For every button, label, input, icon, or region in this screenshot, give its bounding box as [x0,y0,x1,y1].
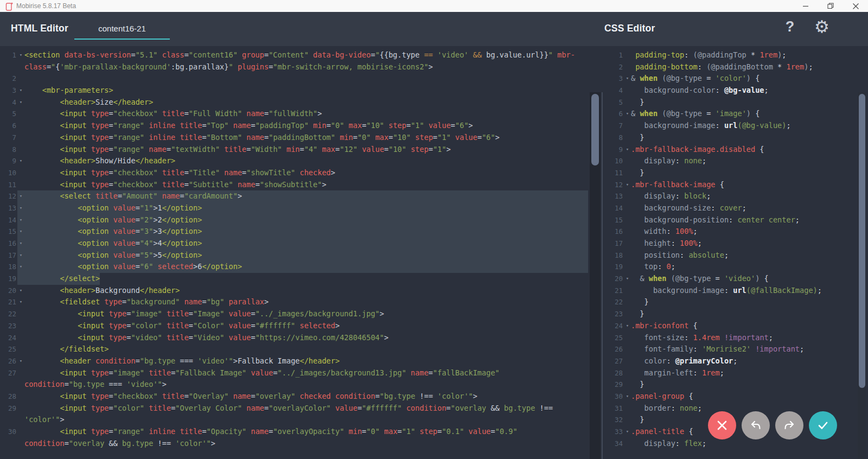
code-row[interactable]: 7 <input type="range" inline title="Bott… [0,132,588,144]
code-row[interactable]: 8 } [603,132,868,144]
code-row[interactable]: 9▾ <header>Show/Hide</header> [0,155,588,167]
fold-arrow-icon[interactable]: ▾ [624,273,631,285]
code-row[interactable]: 11 <input type="checkbox" title="Subtitl… [0,179,588,191]
code-row[interactable]: 27 <input type="image" title="Fallback I… [0,367,588,379]
fold-arrow-icon[interactable]: ▾ [624,179,631,191]
code-row[interactable]: 30 <input type="range" inline title="Opa… [0,426,588,438]
fold-arrow-icon[interactable]: ▾ [624,73,631,85]
code-row[interactable]: 16 width: 100%; [603,226,868,238]
code-row[interactable]: 24 <input type="video" title="Video" val… [0,332,588,344]
block-name-input[interactable]: content16-21 [74,24,170,33]
code-row[interactable]: 10 display: none; [603,155,868,167]
code-row[interactable]: 22 <input type="image" title="Image" val… [0,308,588,320]
fold-arrow-icon[interactable]: ▾ [17,97,24,109]
code-row[interactable]: 15▾ <option value="3">3</option> [0,226,588,238]
code-row[interactable]: 21▾ <fieldset type="background" name="bg… [0,296,588,308]
fold-arrow-icon[interactable]: ▾ [17,49,24,61]
code-row[interactable]: 6▾& when (@bg-type = 'image') { [603,108,868,120]
html-pane-scrollbar-thumb[interactable] [591,94,599,165]
code-row[interactable]: 8 <input type="range" name="textWidth" t… [0,144,588,156]
fold-arrow-icon[interactable]: ▾ [17,190,24,202]
fold-arrow-icon[interactable]: ▾ [17,155,24,167]
code-row[interactable]: 2 [0,73,588,85]
code-row[interactable]: condition="bg.type === 'video'"> [0,379,588,391]
code-row[interactable]: 20▾ & when (@bg-type = 'video') { [603,273,868,285]
code-row[interactable]: 3▾& when (@bg-type = 'color') { [603,73,868,85]
code-row[interactable]: 30▾.panel-group { [603,391,868,403]
code-row[interactable]: 28 <input type="checkbox" title="Overlay… [0,391,588,403]
code-row[interactable]: 12▾.mbr-fallback-image { [603,179,868,191]
fold-arrow-icon[interactable]: ▾ [17,202,24,214]
code-row[interactable]: 5 } [603,97,868,109]
code-row[interactable]: 28 margin-left: 1rem; [603,367,868,379]
code-row[interactable]: 26▾ <header condition="bg.type === 'vide… [0,355,588,367]
code-row[interactable]: 18 position: absolute; [603,250,868,262]
code-row[interactable]: 19 top: 0; [603,261,868,273]
fold-arrow-icon[interactable]: ▾ [17,226,24,238]
code-row[interactable]: 29 <input type="color" title="Overlay Co… [0,403,588,415]
code-row[interactable]: 29 } [603,379,868,391]
code-row[interactable]: 10 <input type="checkbox" title="Title" … [0,167,588,179]
code-row[interactable]: 9▾.mbr-fallback-image.disabled { [603,144,868,156]
apply-button[interactable] [809,411,837,439]
close-button[interactable] [843,0,868,12]
code-row[interactable]: 13 display: block; [603,190,868,202]
code-row[interactable]: 16▾ <option value="4">4</option> [0,238,588,250]
code-row[interactable]: 17 height: 100%; [603,238,868,250]
code-row[interactable]: 3▾ <mbr-parameters> [0,85,588,97]
code-row[interactable]: 23 } [603,308,868,320]
code-row[interactable]: 34 display: flex; [603,438,868,450]
fold-arrow-icon[interactable]: ▾ [624,391,631,403]
code-row[interactable]: 7 background-image: url(@bg-value); [603,120,868,132]
css-pane-scrollbar-thumb[interactable] [859,94,865,388]
fold-arrow-icon[interactable]: ▾ [17,214,24,226]
minimize-button[interactable] [793,0,818,12]
help-button[interactable]: ? [782,18,798,39]
css-code-pane[interactable]: 1 padding-top: (@paddingTop * 1rem);2 pa… [603,46,868,459]
code-row[interactable]: 23 <input type="color" title="Color" val… [0,320,588,332]
code-row[interactable]: 19 </select> [0,273,588,285]
fold-arrow-icon[interactable]: ▾ [17,238,24,250]
code-row[interactable]: 14 background-size: cover; [603,202,868,214]
code-row[interactable]: 18▾ <option value="6" selected>6</option… [0,261,588,273]
fold-arrow-icon[interactable]: ▾ [17,285,24,297]
code-row[interactable]: 26 font-family: 'Moririse2' !important; [603,343,868,355]
code-row[interactable]: 6 <input type="range" inline title="Top"… [0,120,588,132]
discard-button[interactable] [708,411,736,439]
code-row[interactable]: 11 } [603,167,868,179]
fold-arrow-icon[interactable]: ▾ [17,355,24,367]
redo-button[interactable] [775,411,803,439]
fold-arrow-icon[interactable]: ▾ [17,250,24,262]
html-code-pane[interactable]: 1▾<section data-bs-version="5.1" class="… [0,46,588,459]
code-row[interactable]: 1▾<section data-bs-version="5.1" class="… [0,49,588,61]
fold-arrow-icon[interactable]: ▾ [624,426,631,438]
code-row[interactable]: 17▾ <option value="5">5</option> [0,250,588,262]
code-row[interactable]: 27 color: @primaryColor; [603,355,868,367]
code-row[interactable]: 1 padding-top: (@paddingTop * 1rem); [603,49,868,61]
code-row[interactable]: 'color'"> [0,414,588,426]
undo-button[interactable] [742,411,770,439]
fold-arrow-icon[interactable]: ▾ [17,261,24,273]
code-row[interactable]: 12▾ <select title="Amount" name="cardAmo… [0,190,588,202]
code-row[interactable]: condition="overlay && bg.type !== 'color… [0,438,588,450]
code-row[interactable]: 2 padding-bottom: (@paddingBottom * 1rem… [603,61,868,73]
fold-arrow-icon[interactable]: ▾ [624,320,631,332]
code-row[interactable]: 4▾ <header>Size</header> [0,97,588,109]
fold-arrow-icon[interactable]: ▾ [624,108,631,120]
code-row[interactable]: 24▾.mbr-iconfont { [603,320,868,332]
code-row[interactable]: 22 } [603,296,868,308]
code-row[interactable]: class="{'mbr-parallax-background':bg.par… [0,61,588,73]
maximize-button[interactable] [818,0,843,12]
code-row[interactable]: 5 <input type="checkbox" title="Full Wid… [0,108,588,120]
code-row[interactable]: 25 font-size: 1.4rem !important; [603,332,868,344]
code-row[interactable]: 14▾ <option value="2">2</option> [0,214,588,226]
settings-button[interactable]: ⚙ [812,17,832,40]
code-row[interactable]: 4 background-color: @bg-value; [603,85,868,97]
fold-arrow-icon[interactable]: ▾ [624,144,631,156]
fold-arrow-icon[interactable]: ▾ [17,296,24,308]
code-row[interactable]: 15 background-position: center center; [603,214,868,226]
code-row[interactable]: 25 </fieldset> [0,343,588,355]
code-row[interactable]: 21 background-image: url(@fallBackImage)… [603,285,868,297]
fold-arrow-icon[interactable]: ▾ [17,85,24,97]
code-row[interactable]: 20▾ <header>Background</header> [0,285,588,297]
